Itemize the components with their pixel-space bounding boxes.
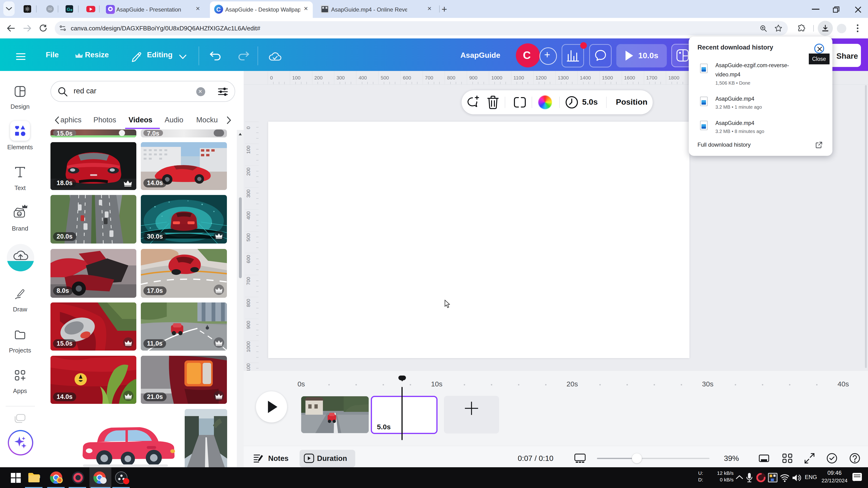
- svg-text:co: co: [18, 213, 21, 216]
